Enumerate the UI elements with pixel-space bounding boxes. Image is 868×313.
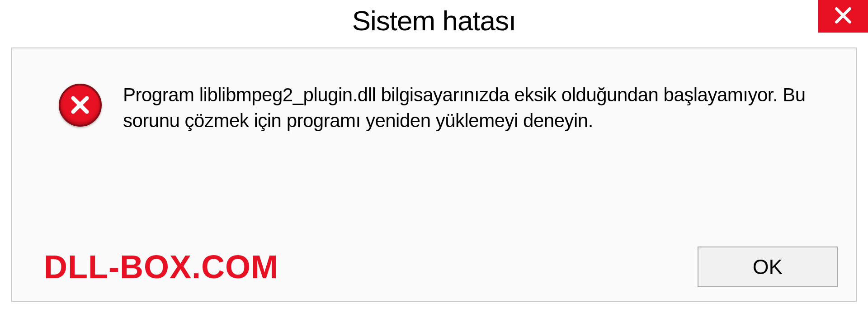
dialog-title: Sistem hatası (352, 5, 516, 37)
error-icon (57, 82, 103, 128)
ok-button[interactable]: OK (698, 247, 838, 287)
close-icon (833, 5, 853, 27)
close-button[interactable] (818, 0, 868, 33)
content-panel: Program liblibmpeg2_plugin.dll bilgisaya… (11, 47, 857, 302)
watermark-text: DLL-BOX.COM (44, 248, 278, 285)
error-message: Program liblibmpeg2_plugin.dll bilgisaya… (123, 82, 820, 133)
footer-area: DLL-BOX.COM OK (12, 247, 838, 287)
message-area: Program liblibmpeg2_plugin.dll bilgisaya… (57, 82, 820, 133)
title-bar: Sistem hatası (0, 0, 868, 45)
